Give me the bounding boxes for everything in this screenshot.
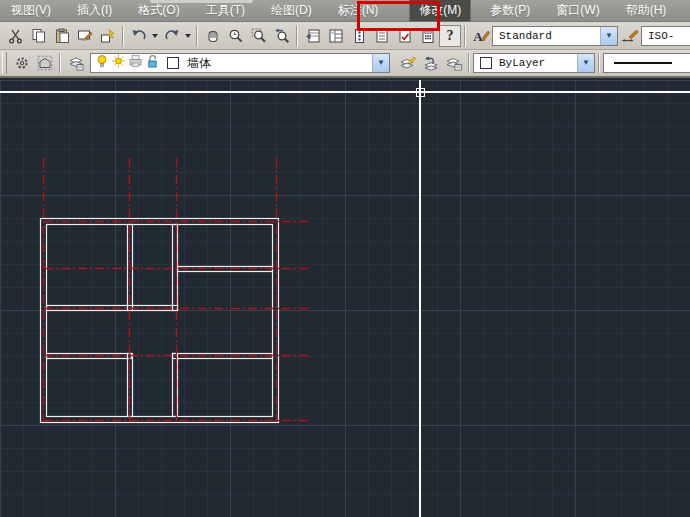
drawing-canvas[interactable] (0, 80, 690, 517)
toolbar-separator (196, 26, 198, 46)
wall (178, 267, 273, 272)
dim-style-combo[interactable]: ISO- (641, 26, 690, 46)
svg-text:A: A (473, 28, 483, 43)
markup-set-manager-icon[interactable] (393, 24, 416, 48)
menu-item-7[interactable]: 参数(P) (481, 0, 539, 21)
layer-previous-icon[interactable] (419, 51, 442, 75)
copy-icon[interactable] (27, 24, 50, 48)
menu-item-0[interactable]: 视图(V) (2, 0, 60, 21)
zoom-realtime-icon[interactable] (224, 24, 247, 48)
toolbar-separator (122, 26, 124, 46)
layer-plot-icon[interactable] (128, 53, 143, 73)
make-object-layer-current-icon[interactable] (396, 51, 419, 75)
properties-icon[interactable] (301, 24, 324, 48)
layer-states-manager-icon[interactable] (442, 51, 465, 75)
standard-toolbar: ? A Standard ▼ ISO- (0, 22, 690, 50)
color-combo-dropdown-icon[interactable]: ▼ (577, 54, 594, 72)
menu-item-9[interactable]: 帮助(H) (617, 0, 676, 21)
toolbar-separator (464, 26, 466, 46)
menu-item-6[interactable]: 修改(M) (409, 0, 471, 22)
menu-item-4[interactable]: 绘图(D) (262, 0, 321, 21)
layer-combo[interactable]: 墙体 ▼ (90, 53, 390, 73)
window-edge-strip (150, 0, 253, 3)
layer-properties-manager-icon[interactable] (64, 51, 87, 75)
designcenter-icon[interactable] (324, 24, 347, 48)
menu-item-1[interactable]: 插入(I) (68, 0, 121, 21)
crosshair-pickbox (416, 88, 425, 97)
tool-palettes-icon[interactable] (347, 24, 370, 48)
menu-item-2[interactable]: 格式(O) (129, 0, 188, 21)
block-editor-icon[interactable] (96, 24, 119, 48)
dim-style-value: ISO- (642, 30, 674, 42)
quick-calculator-icon[interactable] (416, 24, 439, 48)
layer-color-swatch[interactable] (167, 57, 179, 69)
toolbar-separator (296, 26, 298, 46)
undo-dropdown-icon[interactable] (150, 24, 160, 48)
wall (47, 225, 273, 417)
zoom-window-icon[interactable] (247, 24, 270, 48)
toolbar-grip[interactable] (2, 52, 7, 74)
toolbar-separator (598, 53, 600, 73)
wall (41, 219, 279, 423)
boundary-icon[interactable] (33, 51, 56, 75)
text-style-combo[interactable]: Standard ▼ (492, 26, 618, 46)
pan-icon[interactable] (201, 24, 224, 48)
paste-icon[interactable] (50, 24, 73, 48)
color-combo-value: ByLayer (496, 57, 545, 69)
dim-style-icon[interactable] (618, 24, 641, 48)
layer-combo-dropdown-icon[interactable]: ▼ (372, 54, 389, 72)
layer-thaw-sun-icon[interactable] (111, 53, 126, 73)
layer-name: 墙体 (183, 55, 211, 72)
toolbar-separator (468, 53, 470, 73)
color-combo-swatch (480, 57, 492, 69)
text-style-icon[interactable]: A (469, 24, 492, 48)
linetype-line-swatch (614, 62, 672, 64)
layer-on-bulb-icon[interactable] (95, 53, 109, 73)
sheet-set-manager-icon[interactable] (370, 24, 393, 48)
menu-bar: 视图(V)插入(I)格式(O)工具(T)绘图(D)标注(N)修改(M)参数(P)… (0, 0, 690, 22)
gear-icon[interactable] (10, 51, 33, 75)
layer-unlock-icon[interactable] (145, 53, 160, 73)
text-style-value: Standard (493, 30, 552, 42)
undo-icon[interactable] (127, 24, 150, 48)
color-combo[interactable]: ByLayer ▼ (473, 53, 595, 73)
linetype-combo[interactable] (603, 53, 690, 73)
layers-toolbar: 墙体 ▼ ByLayer ▼ (0, 50, 690, 78)
zoom-previous-icon[interactable] (270, 24, 293, 48)
redo-dropdown-icon[interactable] (183, 24, 193, 48)
floorplan-drawing (0, 80, 690, 517)
toolbar-separator (59, 53, 61, 73)
help-icon[interactable]: ? (439, 25, 461, 47)
menu-item-8[interactable]: 窗口(W) (547, 0, 608, 21)
redo-icon[interactable] (160, 24, 183, 48)
match-properties-icon[interactable] (73, 24, 96, 48)
combo-dropdown-icon[interactable]: ▼ (600, 27, 617, 45)
menu-item-5[interactable]: 标注(N) (329, 0, 388, 21)
cut-icon[interactable] (4, 24, 27, 48)
menu-item-3[interactable]: 工具(T) (197, 0, 254, 21)
crosshair-horizontal (0, 91, 690, 93)
crosshair-vertical (419, 80, 421, 517)
